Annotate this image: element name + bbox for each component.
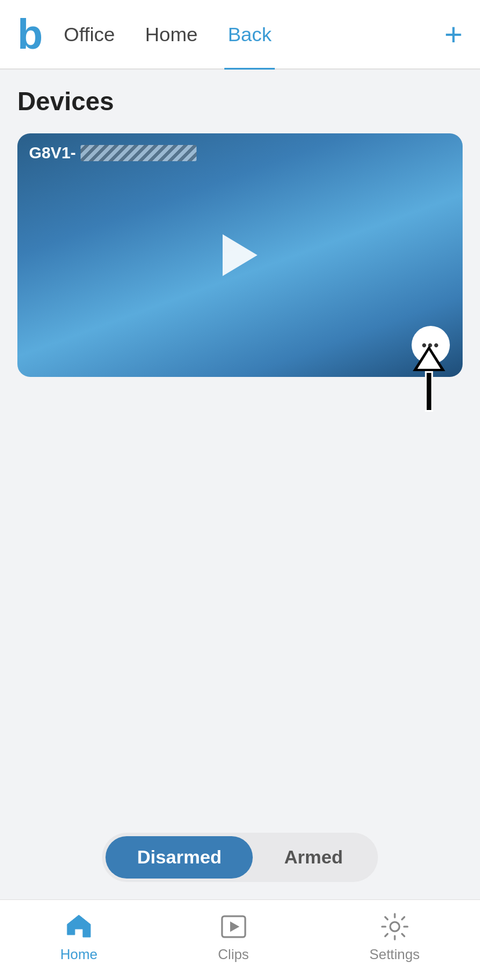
armed-button[interactable]: Armed: [253, 836, 374, 879]
disarmed-button[interactable]: Disarmed: [106, 836, 253, 879]
nav-item-settings[interactable]: Settings: [369, 912, 420, 963]
content-area: Devices G8V1- •••: [0, 70, 480, 821]
camera-device-id: G8V1-: [29, 144, 76, 162]
nav-tab-home[interactable]: Home: [141, 0, 201, 68]
home-icon: [64, 912, 94, 942]
nav-settings-label: Settings: [369, 946, 420, 963]
clips-icon: [219, 912, 249, 942]
nav-tab-office[interactable]: Office: [60, 0, 118, 68]
arm-toggle: Disarmed Armed: [102, 833, 377, 882]
header: b Office Home Back +: [0, 0, 480, 70]
app-logo: b: [17, 13, 43, 55]
bottom-nav: Home Clips Settings: [0, 899, 480, 980]
arm-toggle-container: Disarmed Armed: [0, 821, 480, 899]
nav-tab-back[interactable]: Back: [224, 0, 275, 68]
nav-clips-label: Clips: [218, 946, 249, 963]
play-button[interactable]: [223, 234, 257, 276]
cursor-arrow: [413, 346, 445, 412]
redacted-bar: [81, 145, 197, 161]
settings-icon: [380, 912, 410, 942]
arrow-shaft: [425, 371, 433, 412]
nav-item-home[interactable]: Home: [60, 912, 97, 963]
svg-point-2: [390, 922, 399, 931]
camera-wrapper: G8V1- •••: [17, 133, 463, 377]
nav-tabs: Office Home Back: [60, 0, 444, 68]
camera-label: G8V1-: [29, 144, 197, 162]
arrow-head: [413, 346, 445, 371]
camera-card[interactable]: G8V1- •••: [17, 133, 463, 377]
add-button[interactable]: +: [444, 16, 463, 52]
nav-home-label: Home: [60, 946, 97, 963]
nav-item-clips[interactable]: Clips: [218, 912, 249, 963]
page-title: Devices: [17, 87, 463, 116]
svg-marker-1: [230, 921, 239, 932]
